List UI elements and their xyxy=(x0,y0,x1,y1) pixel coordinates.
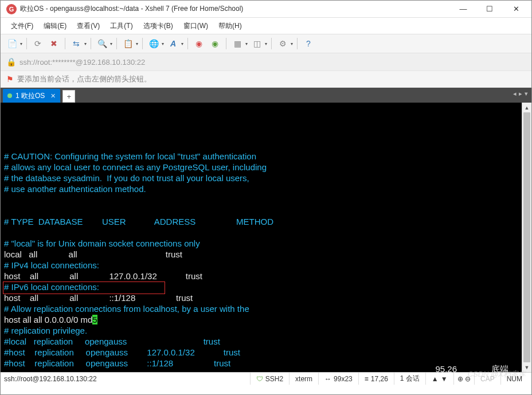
terminal-line: host all all ::1/128 trust xyxy=(4,292,518,303)
app-icon: G xyxy=(6,4,17,14)
terminal-line: # allows any local user to connect as an… xyxy=(4,162,518,173)
info-bar: ⚑ 要添加当前会话，点击左侧的箭头按钮。 xyxy=(1,71,531,88)
tab-close-icon[interactable]: ✕ xyxy=(50,92,56,100)
toolbar: 📄▾ ⟳ ✖ ⇆▾ 🔍▾ 📋▾ 🌐▾ A▾ ◉ ◉ ▦▾ ◫▾ ⚙▾ ? xyxy=(1,34,531,53)
close-button[interactable]: ✕ xyxy=(503,1,529,18)
terminal-line: host all all 127.0.0.1/32 trust xyxy=(4,271,518,281)
lock-icon: 🔒 xyxy=(6,57,16,67)
status-proto: SSH2 xyxy=(265,375,283,383)
vim-position: 95,26 xyxy=(435,364,457,375)
reconnect-icon[interactable]: ⟳ xyxy=(31,37,45,50)
window-title: 欧拉OS - opengauss@localhost:~/data - Xshe… xyxy=(20,4,450,14)
menu-window[interactable]: 窗口(W) xyxy=(179,19,213,33)
vim-mode: 底端 xyxy=(491,364,508,375)
status-sessions: 1 会话 xyxy=(394,373,425,385)
scroll-down-icon[interactable]: ▼ xyxy=(522,362,531,372)
terminal-line: # the database sysadmin. If you do not t… xyxy=(4,173,518,183)
terminal-line: #host replication opengauss 127.0.0.1/32… xyxy=(4,347,518,358)
resize-icon: ↔ xyxy=(324,375,331,383)
status-size: 99x23 xyxy=(334,375,353,383)
scroll-thumb[interactable] xyxy=(523,112,530,362)
scroll-up-icon[interactable]: ▲ xyxy=(522,103,531,112)
terminal-line xyxy=(4,227,518,238)
settings-icon[interactable]: ⚙ xyxy=(276,37,290,50)
tab-add-button[interactable]: + xyxy=(62,90,75,103)
layout-icon[interactable]: ▦ xyxy=(230,37,244,50)
maximize-button[interactable]: ☐ xyxy=(476,1,503,18)
tab-prev-icon[interactable]: ◂ xyxy=(513,90,517,97)
tab-active[interactable]: 1 欧拉OS ✕ xyxy=(3,89,60,103)
minimize-button[interactable]: — xyxy=(450,1,476,18)
tab-bar: 1 欧拉OS ✕ + ◂ ▸ ▾ xyxy=(1,88,531,103)
help-icon[interactable]: ? xyxy=(302,37,315,50)
nav-up-icon[interactable]: ▲ xyxy=(432,375,439,383)
terminal-line: # replication privilege. xyxy=(4,325,518,336)
nav-down-icon[interactable]: ▼ xyxy=(441,375,448,383)
menu-view[interactable]: 查看(V) xyxy=(72,19,104,33)
address-text: ssh://root:********@192.168.10.130:22 xyxy=(19,58,145,67)
terminal-line: # "local" is for Unix domain socket conn… xyxy=(4,238,518,249)
terminal-line: # Allow replication connections from loc… xyxy=(4,303,518,314)
terminal-line: # TYPE DATABASE USER ADDRESS METHOD xyxy=(4,216,518,227)
menubar: 文件(F) 编辑(E) 查看(V) 工具(T) 选项卡(B) 窗口(W) 帮助(… xyxy=(1,18,531,34)
tab-label: 1 欧拉OS xyxy=(15,91,45,101)
terminal-line: # IPv6 local connections: xyxy=(4,281,518,292)
terminal-line: # IPv4 local connections: xyxy=(4,260,518,271)
globe-icon[interactable]: 🌐 xyxy=(147,37,161,50)
status-term: xterm xyxy=(289,373,318,385)
terminal-line: local all all trust xyxy=(4,249,518,260)
status-connection: ssh://root@192.168.10.130:22 xyxy=(4,375,250,383)
menu-edit[interactable]: 编辑(E) xyxy=(39,19,71,33)
terminal-line xyxy=(4,205,518,216)
menu-tools[interactable]: 工具(T) xyxy=(105,19,137,33)
xftp-icon[interactable]: ◉ xyxy=(208,37,222,50)
titlebar: G 欧拉OS - opengauss@localhost:~/data - Xs… xyxy=(1,1,531,18)
new-session-icon[interactable]: 📄 xyxy=(5,37,19,50)
xshell-icon[interactable]: ◉ xyxy=(192,37,206,50)
flag-icon: ⚑ xyxy=(6,75,14,84)
terminal[interactable]: # CAUTION: Configuring the system for lo… xyxy=(1,103,522,372)
terminal-line: host all all 0.0.0.0/0 md5 xyxy=(4,314,518,325)
tab-next-icon[interactable]: ▸ xyxy=(519,90,522,97)
terminal-line xyxy=(4,140,518,151)
split-icon[interactable]: ◫ xyxy=(250,37,264,50)
vim-status: 95,26 底端 xyxy=(435,364,508,375)
menu-tab[interactable]: 选项卡(B) xyxy=(139,19,178,33)
font-icon[interactable]: A xyxy=(166,37,180,50)
terminal-line xyxy=(4,194,518,205)
transfer-icon[interactable]: ⇆ xyxy=(69,37,83,50)
copy-icon[interactable]: 📋 xyxy=(121,37,135,50)
terminal-line: #local replication opengauss trust xyxy=(4,336,518,347)
menu-help[interactable]: 帮助(H) xyxy=(214,19,247,33)
tab-menu-icon[interactable]: ▾ xyxy=(525,90,528,97)
menu-file[interactable]: 文件(F) xyxy=(6,19,38,33)
scrollbar[interactable]: ▲ ▼ xyxy=(522,103,531,372)
cursor-icon: ≡ xyxy=(365,375,369,383)
terminal-line: # use another authentication method. xyxy=(4,183,518,194)
info-text: 要添加当前会话，点击左侧的箭头按钮。 xyxy=(17,74,151,84)
tab-nav: ◂ ▸ ▾ xyxy=(513,90,528,97)
address-bar[interactable]: 🔒 ssh://root:********@192.168.10.130:22 xyxy=(1,53,531,71)
search-icon[interactable]: 🔍 xyxy=(95,37,109,50)
status-dot-icon xyxy=(7,93,12,98)
disconnect-icon[interactable]: ✖ xyxy=(47,37,61,50)
terminal-line: # CAUTION: Configuring the system for lo… xyxy=(4,151,518,162)
status-cursor: 17,26 xyxy=(371,375,388,383)
shield-icon: 🛡 xyxy=(256,375,263,383)
